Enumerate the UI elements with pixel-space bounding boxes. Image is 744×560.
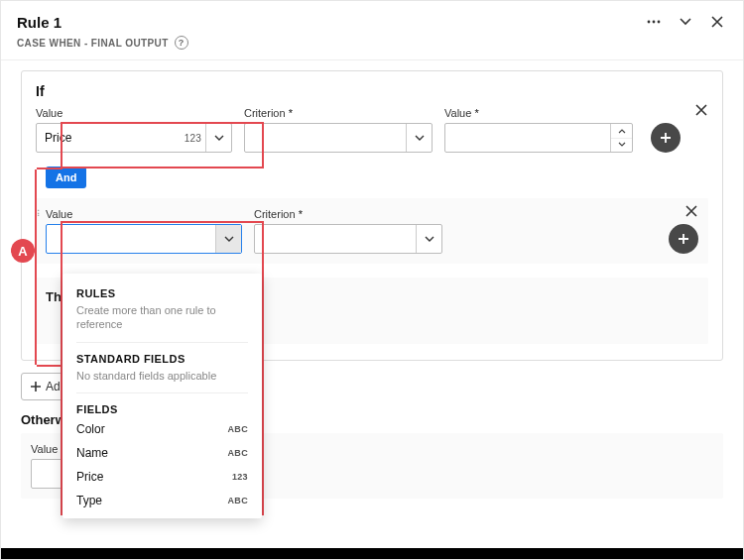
dd-section-rules: RULES [62, 281, 262, 301]
svg-point-2 [658, 21, 661, 24]
dd-field-item[interactable]: Price123 [62, 465, 262, 489]
dd-rules-desc: Create more than one rule to reference [62, 301, 262, 340]
svg-point-1 [653, 21, 656, 24]
dd-item-type: ABC [227, 448, 248, 458]
chevron-down-icon[interactable] [406, 124, 432, 152]
value-dropdown-panel: RULES Create more than one rule to refer… [62, 274, 262, 518]
value-combo-row1[interactable]: Price 123 [36, 123, 232, 153]
step-down-icon[interactable] [611, 139, 632, 153]
dd-field-item[interactable]: TypeABC [62, 489, 262, 512]
dd-item-label: Price [76, 470, 103, 484]
value-label: Value [36, 107, 232, 119]
value-number-input[interactable] [444, 123, 633, 153]
value-text: Price [37, 124, 185, 152]
more-icon[interactable] [644, 12, 664, 32]
dd-section-fields: FIELDS [62, 397, 262, 417]
add-condition-button[interactable] [669, 224, 698, 254]
dd-item-label: Type [76, 494, 102, 507]
dd-item-type: ABC [227, 424, 248, 434]
remove-row-icon[interactable] [694, 103, 708, 117]
remove-row-icon[interactable] [684, 204, 698, 218]
dd-section-standard-fields: STANDARD FIELDS [62, 347, 262, 367]
annotation-badge-a: A [11, 239, 35, 263]
criterion-combo-row2[interactable] [254, 224, 442, 254]
svg-point-0 [648, 21, 651, 24]
if-title: If [36, 83, 708, 99]
dd-field-item[interactable]: ColorABC [62, 417, 262, 441]
value2-label: Value [444, 107, 633, 119]
value-combo-row2[interactable] [46, 224, 242, 254]
rule-subtitle: CASE WHEN - FINAL OUTPUT [17, 38, 169, 49]
dd-item-type: 123 [232, 472, 248, 482]
dd-item-label: Name [76, 446, 108, 460]
condition-row-1: Value Price 123 Criterion [36, 107, 708, 153]
value-type-badge: 123 [185, 124, 205, 152]
condition-row-2: ⠿ Value C [36, 198, 708, 264]
dd-field-item[interactable]: NameABC [62, 441, 262, 465]
rule-title: Rule 1 [17, 14, 62, 31]
dd-item-type: ABC [227, 496, 248, 505]
help-icon[interactable]: ? [175, 36, 188, 50]
step-up-icon[interactable] [611, 124, 632, 139]
criterion-label: Criterion [244, 107, 433, 119]
chevron-down-icon[interactable] [205, 124, 231, 152]
chevron-down-icon[interactable] [215, 225, 241, 253]
dd-item-label: Color [76, 422, 105, 436]
close-icon[interactable] [707, 12, 727, 32]
dd-std-desc: No standard fields applicable [62, 367, 262, 391]
chevron-down-icon[interactable] [416, 225, 441, 253]
criterion-label: Criterion [254, 208, 442, 220]
chevron-down-icon[interactable] [676, 12, 695, 32]
and-operator-chip[interactable]: And [46, 167, 86, 188]
value-label: Value [46, 208, 242, 220]
annotation-connector [35, 169, 37, 365]
add-condition-button[interactable] [651, 123, 681, 153]
criterion-combo-row1[interactable] [244, 123, 433, 153]
